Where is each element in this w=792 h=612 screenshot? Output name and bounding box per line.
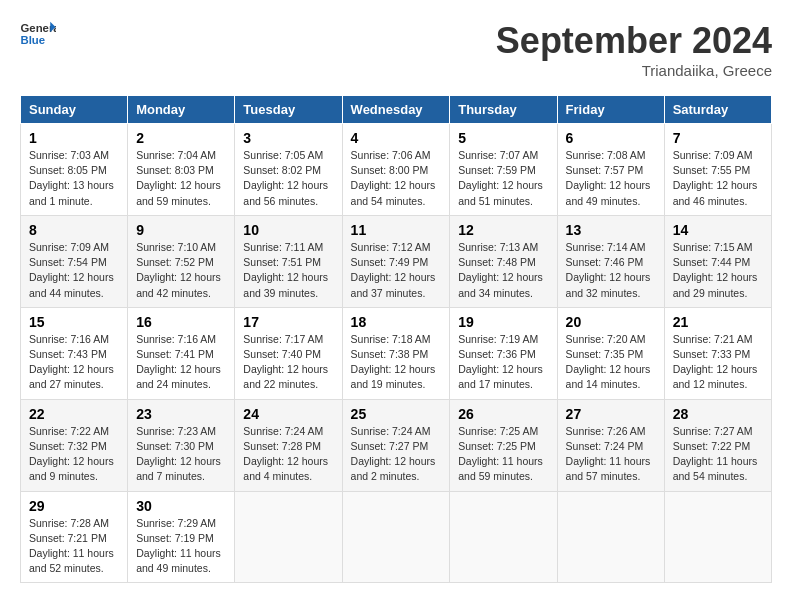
month-title: September 2024: [496, 20, 772, 62]
calendar-cell: 11Sunrise: 7:12 AMSunset: 7:49 PMDayligh…: [342, 215, 450, 307]
header-friday: Friday: [557, 96, 664, 124]
day-info: Sunrise: 7:24 AMSunset: 7:27 PMDaylight:…: [351, 424, 442, 485]
day-info: Sunrise: 7:12 AMSunset: 7:49 PMDaylight:…: [351, 240, 442, 301]
day-number: 7: [673, 130, 763, 146]
calendar-cell: 13Sunrise: 7:14 AMSunset: 7:46 PMDayligh…: [557, 215, 664, 307]
calendar-week-row: 8Sunrise: 7:09 AMSunset: 7:54 PMDaylight…: [21, 215, 772, 307]
day-info: Sunrise: 7:11 AMSunset: 7:51 PMDaylight:…: [243, 240, 333, 301]
day-number: 5: [458, 130, 548, 146]
day-number: 19: [458, 314, 548, 330]
calendar-cell: 2Sunrise: 7:04 AMSunset: 8:03 PMDaylight…: [128, 124, 235, 216]
calendar-cell: 17Sunrise: 7:17 AMSunset: 7:40 PMDayligh…: [235, 307, 342, 399]
calendar-cell: 10Sunrise: 7:11 AMSunset: 7:51 PMDayligh…: [235, 215, 342, 307]
calendar-cell: 24Sunrise: 7:24 AMSunset: 7:28 PMDayligh…: [235, 399, 342, 491]
calendar-week-row: 15Sunrise: 7:16 AMSunset: 7:43 PMDayligh…: [21, 307, 772, 399]
calendar-cell: [235, 491, 342, 583]
day-number: 27: [566, 406, 656, 422]
day-number: 29: [29, 498, 119, 514]
header-tuesday: Tuesday: [235, 96, 342, 124]
day-info: Sunrise: 7:14 AMSunset: 7:46 PMDaylight:…: [566, 240, 656, 301]
calendar-cell: [450, 491, 557, 583]
day-info: Sunrise: 7:04 AMSunset: 8:03 PMDaylight:…: [136, 148, 226, 209]
calendar-cell: [664, 491, 771, 583]
calendar-cell: 26Sunrise: 7:25 AMSunset: 7:25 PMDayligh…: [450, 399, 557, 491]
day-info: Sunrise: 7:16 AMSunset: 7:43 PMDaylight:…: [29, 332, 119, 393]
day-info: Sunrise: 7:07 AMSunset: 7:59 PMDaylight:…: [458, 148, 548, 209]
day-number: 15: [29, 314, 119, 330]
calendar-cell: 15Sunrise: 7:16 AMSunset: 7:43 PMDayligh…: [21, 307, 128, 399]
day-number: 20: [566, 314, 656, 330]
calendar-cell: 20Sunrise: 7:20 AMSunset: 7:35 PMDayligh…: [557, 307, 664, 399]
day-info: Sunrise: 7:15 AMSunset: 7:44 PMDaylight:…: [673, 240, 763, 301]
day-info: Sunrise: 7:29 AMSunset: 7:19 PMDaylight:…: [136, 516, 226, 577]
day-info: Sunrise: 7:03 AMSunset: 8:05 PMDaylight:…: [29, 148, 119, 209]
location-subtitle: Triandaiika, Greece: [496, 62, 772, 79]
day-info: Sunrise: 7:13 AMSunset: 7:48 PMDaylight:…: [458, 240, 548, 301]
calendar-cell: 5Sunrise: 7:07 AMSunset: 7:59 PMDaylight…: [450, 124, 557, 216]
header-sunday: Sunday: [21, 96, 128, 124]
calendar-cell: 25Sunrise: 7:24 AMSunset: 7:27 PMDayligh…: [342, 399, 450, 491]
day-info: Sunrise: 7:18 AMSunset: 7:38 PMDaylight:…: [351, 332, 442, 393]
day-info: Sunrise: 7:17 AMSunset: 7:40 PMDaylight:…: [243, 332, 333, 393]
calendar-week-row: 1Sunrise: 7:03 AMSunset: 8:05 PMDaylight…: [21, 124, 772, 216]
header-wednesday: Wednesday: [342, 96, 450, 124]
calendar-cell: 6Sunrise: 7:08 AMSunset: 7:57 PMDaylight…: [557, 124, 664, 216]
day-info: Sunrise: 7:16 AMSunset: 7:41 PMDaylight:…: [136, 332, 226, 393]
header-monday: Monday: [128, 96, 235, 124]
calendar-cell: 12Sunrise: 7:13 AMSunset: 7:48 PMDayligh…: [450, 215, 557, 307]
day-number: 9: [136, 222, 226, 238]
day-info: Sunrise: 7:25 AMSunset: 7:25 PMDaylight:…: [458, 424, 548, 485]
calendar-cell: 16Sunrise: 7:16 AMSunset: 7:41 PMDayligh…: [128, 307, 235, 399]
day-info: Sunrise: 7:20 AMSunset: 7:35 PMDaylight:…: [566, 332, 656, 393]
calendar-table: SundayMondayTuesdayWednesdayThursdayFrid…: [20, 95, 772, 583]
day-number: 23: [136, 406, 226, 422]
day-number: 12: [458, 222, 548, 238]
header-saturday: Saturday: [664, 96, 771, 124]
day-number: 25: [351, 406, 442, 422]
calendar-cell: 4Sunrise: 7:06 AMSunset: 8:00 PMDaylight…: [342, 124, 450, 216]
day-info: Sunrise: 7:09 AMSunset: 7:55 PMDaylight:…: [673, 148, 763, 209]
day-number: 3: [243, 130, 333, 146]
calendar-cell: 21Sunrise: 7:21 AMSunset: 7:33 PMDayligh…: [664, 307, 771, 399]
calendar-cell: 14Sunrise: 7:15 AMSunset: 7:44 PMDayligh…: [664, 215, 771, 307]
day-number: 16: [136, 314, 226, 330]
header-thursday: Thursday: [450, 96, 557, 124]
day-number: 14: [673, 222, 763, 238]
day-number: 26: [458, 406, 548, 422]
day-number: 22: [29, 406, 119, 422]
day-number: 21: [673, 314, 763, 330]
logo-icon: General Blue: [20, 20, 56, 48]
day-info: Sunrise: 7:26 AMSunset: 7:24 PMDaylight:…: [566, 424, 656, 485]
calendar-cell: 19Sunrise: 7:19 AMSunset: 7:36 PMDayligh…: [450, 307, 557, 399]
page-header: General Blue September 2024 Triandaiika,…: [20, 20, 772, 79]
calendar-cell: 30Sunrise: 7:29 AMSunset: 7:19 PMDayligh…: [128, 491, 235, 583]
calendar-header-row: SundayMondayTuesdayWednesdayThursdayFrid…: [21, 96, 772, 124]
day-info: Sunrise: 7:09 AMSunset: 7:54 PMDaylight:…: [29, 240, 119, 301]
day-info: Sunrise: 7:23 AMSunset: 7:30 PMDaylight:…: [136, 424, 226, 485]
calendar-cell: 7Sunrise: 7:09 AMSunset: 7:55 PMDaylight…: [664, 124, 771, 216]
calendar-cell: 8Sunrise: 7:09 AMSunset: 7:54 PMDaylight…: [21, 215, 128, 307]
day-info: Sunrise: 7:21 AMSunset: 7:33 PMDaylight:…: [673, 332, 763, 393]
day-number: 24: [243, 406, 333, 422]
day-info: Sunrise: 7:06 AMSunset: 8:00 PMDaylight:…: [351, 148, 442, 209]
day-number: 17: [243, 314, 333, 330]
title-block: September 2024 Triandaiika, Greece: [496, 20, 772, 79]
calendar-cell: 3Sunrise: 7:05 AMSunset: 8:02 PMDaylight…: [235, 124, 342, 216]
logo: General Blue: [20, 20, 56, 48]
day-info: Sunrise: 7:24 AMSunset: 7:28 PMDaylight:…: [243, 424, 333, 485]
calendar-week-row: 22Sunrise: 7:22 AMSunset: 7:32 PMDayligh…: [21, 399, 772, 491]
day-number: 2: [136, 130, 226, 146]
day-number: 6: [566, 130, 656, 146]
calendar-cell: 28Sunrise: 7:27 AMSunset: 7:22 PMDayligh…: [664, 399, 771, 491]
day-number: 11: [351, 222, 442, 238]
calendar-cell: [557, 491, 664, 583]
day-info: Sunrise: 7:05 AMSunset: 8:02 PMDaylight:…: [243, 148, 333, 209]
day-info: Sunrise: 7:19 AMSunset: 7:36 PMDaylight:…: [458, 332, 548, 393]
calendar-week-row: 29Sunrise: 7:28 AMSunset: 7:21 PMDayligh…: [21, 491, 772, 583]
day-info: Sunrise: 7:10 AMSunset: 7:52 PMDaylight:…: [136, 240, 226, 301]
day-number: 13: [566, 222, 656, 238]
day-number: 10: [243, 222, 333, 238]
day-number: 1: [29, 130, 119, 146]
calendar-cell: 18Sunrise: 7:18 AMSunset: 7:38 PMDayligh…: [342, 307, 450, 399]
calendar-cell: 27Sunrise: 7:26 AMSunset: 7:24 PMDayligh…: [557, 399, 664, 491]
